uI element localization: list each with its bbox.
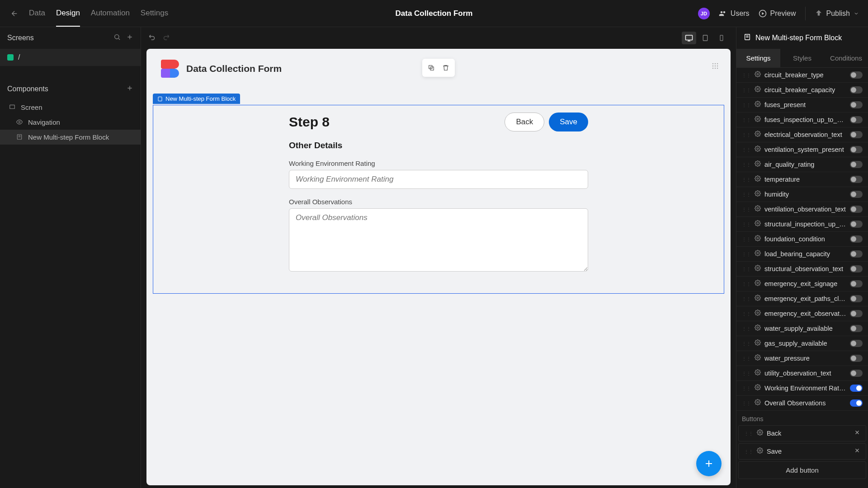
redo-button[interactable] <box>162 33 170 43</box>
setting-row[interactable]: ⋮⋮ventilation_system_present <box>736 142 868 157</box>
remove-button-icon[interactable] <box>854 429 860 437</box>
setting-row[interactable]: ⋮⋮load_bearing_capacity <box>736 247 868 262</box>
toggle-switch[interactable] <box>850 71 863 79</box>
nav-tab-data[interactable]: Data <box>29 0 45 27</box>
toggle-switch[interactable] <box>850 399 863 407</box>
toggle-switch[interactable] <box>850 280 863 287</box>
toggle-switch[interactable] <box>850 235 863 243</box>
setting-row[interactable]: ⋮⋮structural_observation_text <box>736 262 868 277</box>
gear-icon[interactable] <box>755 116 761 124</box>
button-config-row[interactable]: ⋮⋮Back <box>738 425 866 441</box>
drag-handle-icon[interactable]: ⋮⋮ <box>742 192 751 197</box>
drag-handle-icon[interactable]: ⋮⋮ <box>742 207 751 212</box>
toggle-switch[interactable] <box>850 325 863 332</box>
setting-row[interactable]: ⋮⋮temperature <box>736 172 868 187</box>
device-mobile[interactable] <box>714 32 729 44</box>
toggle-switch[interactable] <box>850 116 863 123</box>
toggle-switch[interactable] <box>850 176 863 183</box>
publish-button[interactable]: Publish <box>815 9 859 18</box>
tree-item-screen[interactable]: Screen <box>0 100 141 115</box>
drag-handle-icon[interactable]: ⋮⋮ <box>742 147 751 152</box>
preview-button[interactable]: Preview <box>759 9 796 18</box>
gear-icon[interactable] <box>755 250 761 258</box>
drag-handle-icon[interactable]: ⋮⋮ <box>742 311 751 316</box>
drag-handle-icon[interactable]: ⋮⋮ <box>742 267 751 272</box>
toggle-switch[interactable] <box>850 370 863 377</box>
gear-icon[interactable] <box>755 399 761 407</box>
gear-icon[interactable] <box>755 160 761 169</box>
gear-icon[interactable] <box>755 71 761 79</box>
setting-row[interactable]: ⋮⋮water_supply_available <box>736 321 868 336</box>
drag-handle-icon[interactable]: ⋮⋮ <box>742 296 751 301</box>
gear-icon[interactable] <box>755 190 761 198</box>
device-tablet[interactable] <box>698 32 712 44</box>
button-config-row[interactable]: ⋮⋮Save <box>738 443 866 460</box>
gear-icon[interactable] <box>755 175 761 183</box>
back-button[interactable]: Back <box>505 113 544 131</box>
overall-observations-textarea[interactable] <box>289 208 588 272</box>
setting-row[interactable]: ⋮⋮water_pressure <box>736 351 868 366</box>
toggle-switch[interactable] <box>850 206 863 213</box>
toggle-switch[interactable] <box>850 265 863 272</box>
gear-icon[interactable] <box>755 324 761 333</box>
gear-icon[interactable] <box>755 369 761 377</box>
toggle-switch[interactable] <box>850 385 863 392</box>
save-button[interactable]: Save <box>549 113 588 131</box>
drag-handle-icon[interactable]: ⋮⋮ <box>744 449 753 454</box>
nav-tab-settings[interactable]: Settings <box>141 0 168 27</box>
gear-icon[interactable] <box>755 339 761 347</box>
form-block-selected[interactable]: New Multi-step Form Block Step 8 Back Sa… <box>153 105 724 294</box>
gear-icon[interactable] <box>755 310 761 318</box>
setting-row[interactable]: ⋮⋮emergency_exit_paths_clear <box>736 291 868 306</box>
toggle-switch[interactable] <box>850 161 863 168</box>
gear-icon[interactable] <box>755 131 761 139</box>
drag-handle-icon[interactable]: ⋮⋮ <box>742 386 751 391</box>
tree-item-navigation[interactable]: Navigation <box>0 115 141 130</box>
gear-icon[interactable] <box>755 354 761 362</box>
setting-row[interactable]: ⋮⋮humidity <box>736 187 868 202</box>
add-component-icon[interactable] <box>126 84 133 94</box>
drag-handle-icon[interactable]: ⋮⋮ <box>742 103 751 108</box>
screen-item-root[interactable]: / <box>0 49 141 66</box>
add-screen-icon[interactable] <box>126 33 133 42</box>
device-desktop[interactable] <box>682 32 696 44</box>
setting-row[interactable]: ⋮⋮fuses_present <box>736 98 868 113</box>
setting-row[interactable]: ⋮⋮Working Environment Rating <box>736 381 868 396</box>
toggle-switch[interactable] <box>850 131 863 138</box>
drag-grip-icon[interactable] <box>711 61 720 70</box>
remove-button-icon[interactable] <box>854 447 860 455</box>
drag-handle-icon[interactable]: ⋮⋮ <box>742 341 751 346</box>
gear-icon[interactable] <box>755 235 761 243</box>
drag-handle-icon[interactable]: ⋮⋮ <box>742 73 751 78</box>
setting-row[interactable]: ⋮⋮emergency_exit_observatio... <box>736 306 868 321</box>
toggle-switch[interactable] <box>850 250 863 258</box>
undo-button[interactable] <box>148 33 156 43</box>
toggle-switch[interactable] <box>850 295 863 302</box>
delete-icon[interactable] <box>439 61 453 75</box>
setting-row[interactable]: ⋮⋮gas_supply_available <box>736 336 868 351</box>
toggle-switch[interactable] <box>850 310 863 317</box>
setting-row[interactable]: ⋮⋮air_quality_rating <box>736 157 868 172</box>
setting-row[interactable]: ⋮⋮fuses_inspection_up_to_date <box>736 113 868 127</box>
gear-icon[interactable] <box>755 220 761 228</box>
setting-row[interactable]: ⋮⋮utility_observation_text <box>736 366 868 381</box>
gear-icon[interactable] <box>755 295 761 303</box>
tab-settings[interactable]: Settings <box>736 49 780 67</box>
drag-handle-icon[interactable]: ⋮⋮ <box>742 371 751 376</box>
nav-tab-automation[interactable]: Automation <box>91 0 130 27</box>
toggle-switch[interactable] <box>850 86 863 94</box>
drag-handle-icon[interactable]: ⋮⋮ <box>742 132 751 137</box>
search-icon[interactable] <box>113 33 121 42</box>
toggle-switch[interactable] <box>850 221 863 228</box>
toggle-switch[interactable] <box>850 191 863 198</box>
drag-handle-icon[interactable]: ⋮⋮ <box>742 252 751 257</box>
toggle-switch[interactable] <box>850 101 863 108</box>
drag-handle-icon[interactable]: ⋮⋮ <box>742 401 751 406</box>
back-arrow[interactable] <box>9 8 20 19</box>
add-button[interactable]: Add button <box>738 461 866 479</box>
drag-handle-icon[interactable]: ⋮⋮ <box>742 88 751 93</box>
tab-conditions[interactable]: Conditions <box>824 49 868 67</box>
drag-handle-icon[interactable]: ⋮⋮ <box>742 356 751 361</box>
gear-icon[interactable] <box>755 86 761 94</box>
gear-icon[interactable] <box>755 145 761 154</box>
